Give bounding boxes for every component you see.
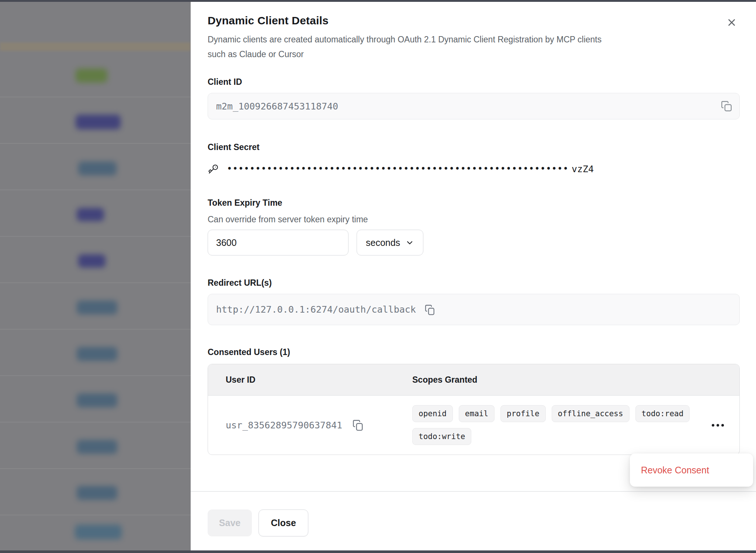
client-secret-label: Client Secret <box>208 142 740 152</box>
client-id-value: m2m_100926687453118740 <box>216 101 338 112</box>
scope-badge: offline_access <box>552 405 630 422</box>
chevron-down-icon <box>405 238 414 247</box>
copy-client-id-icon[interactable] <box>719 98 734 114</box>
blurred-row-divider <box>0 468 191 469</box>
footer-divider <box>191 491 756 492</box>
blurred-row-pill <box>78 161 117 175</box>
copy-redirect-url-icon[interactable] <box>423 302 437 317</box>
token-expiry-input[interactable] <box>208 230 348 255</box>
scope-badge: todo:read <box>635 405 690 422</box>
client-id-label: Client ID <box>208 77 740 87</box>
token-expiry-help: Can override from server token expiry ti… <box>208 215 740 225</box>
scopes-list: openidemailprofileoffline_accesstodo:rea… <box>412 398 696 452</box>
blurred-row-pill <box>77 208 104 221</box>
close-icon[interactable] <box>725 16 738 29</box>
redirect-url-field: http://127.0.0.1:6274/oauth/callback <box>208 294 740 325</box>
blurred-row-pill <box>78 254 105 268</box>
blurred-row-divider <box>0 422 191 422</box>
dimmed-background <box>0 2 191 550</box>
table-header: User ID Scopes Granted <box>208 364 739 396</box>
blurred-row-pill <box>77 486 117 500</box>
modal-description-line2: such as Claude or Cursor <box>208 49 304 59</box>
client-secret-masked: ••••••••••••••••••••••••••••••••••••••••… <box>227 164 569 174</box>
save-button[interactable]: Save <box>208 509 252 536</box>
blurred-row-divider <box>0 236 191 237</box>
redirect-url-value: http://127.0.0.1:6274/oauth/callback <box>216 304 416 315</box>
blurred-row-divider <box>0 375 191 376</box>
blurred-row-pill <box>75 525 122 539</box>
column-header-scopes: Scopes Granted <box>412 375 739 385</box>
revoke-consent-item[interactable]: Revoke Consent <box>630 465 753 476</box>
scope-badge: openid <box>412 405 453 422</box>
blurred-row-divider <box>0 97 191 97</box>
key-icon <box>208 163 219 174</box>
blurred-row-pill <box>77 440 117 454</box>
blurred-row-divider <box>0 143 191 144</box>
screen: Dynamic Client Details Dynamic clients a… <box>0 0 756 553</box>
table-row: usr_83562895790637841 openidemailprofile… <box>208 396 739 455</box>
close-button[interactable]: Close <box>259 509 308 536</box>
scope-badge: todo:write <box>412 428 471 445</box>
scope-badge: profile <box>500 405 546 422</box>
token-expiry-unit-select[interactable]: seconds <box>357 230 423 255</box>
blurred-row-divider <box>0 189 191 190</box>
token-expiry-label: Token Expiry Time <box>208 198 740 208</box>
blurred-row-pill <box>76 69 107 83</box>
blurred-row-pill <box>77 300 117 314</box>
consented-users-label: Consented Users (1) <box>208 347 740 357</box>
blurred-row-divider <box>0 515 191 515</box>
redirect-urls-label: Redirect URL(s) <box>208 278 740 288</box>
client-secret-row: ••••••••••••••••••••••••••••••••••••••••… <box>208 163 740 174</box>
blurred-row-pill <box>76 115 121 129</box>
scope-badge: email <box>459 405 495 422</box>
token-expiry-unit-value: seconds <box>366 237 400 248</box>
row-actions-button[interactable] <box>708 420 728 430</box>
copy-user-id-icon[interactable] <box>350 417 366 433</box>
modal-title: Dynamic Client Details <box>208 14 740 27</box>
page-bottom-bar <box>0 550 756 553</box>
modal-description: Dynamic clients are created automaticall… <box>208 32 740 62</box>
blurred-row-pill <box>77 393 117 407</box>
blurred-row-divider <box>0 282 191 283</box>
highlighted-row-band <box>0 42 191 51</box>
client-secret-suffix: vzZ4 <box>572 164 594 174</box>
consented-users-table: User ID Scopes Granted usr_8356289579063… <box>208 364 740 455</box>
blurred-row-pill <box>77 347 117 361</box>
column-header-user-id: User ID <box>208 375 412 385</box>
blurred-row-divider <box>0 329 191 330</box>
revoke-consent-menu: Revoke Consent <box>630 453 753 487</box>
modal-description-line1: Dynamic clients are created automaticall… <box>208 35 601 44</box>
user-id-value: usr_83562895790637841 <box>226 420 342 431</box>
client-id-field: m2m_100926687453118740 <box>208 93 740 119</box>
